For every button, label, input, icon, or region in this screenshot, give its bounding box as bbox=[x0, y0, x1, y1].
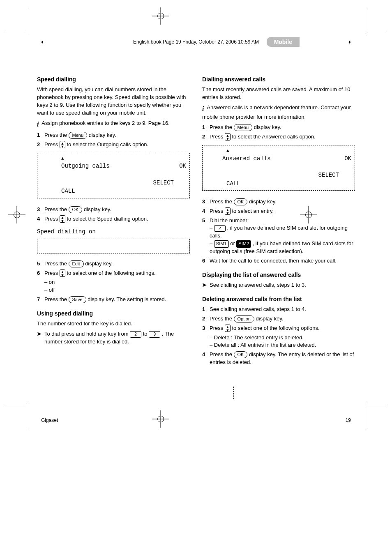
heading-answered: Dialling answered calls bbox=[202, 75, 355, 83]
using-speed-1: The number stored for the key is dialled… bbox=[37, 320, 190, 328]
left-step-7: 7 Press the Save display key. The settin… bbox=[37, 296, 190, 304]
footer-page: 19 bbox=[346, 417, 351, 423]
lcd-answered-calls: ▲ Answered callsOK SELECT CALL bbox=[202, 145, 355, 191]
right-step-1: 1 Press the Menu display key. bbox=[202, 124, 355, 131]
right-step-5: 5 Dial the number: – ↗ , if you have def… bbox=[202, 217, 355, 256]
del-step-2: 2 Press the Option display key. bbox=[202, 315, 355, 323]
header-file: English.book Page 19 Friday, October 27,… bbox=[133, 39, 259, 45]
option-softkey: Option bbox=[234, 315, 254, 322]
section-tab: Mobile bbox=[267, 37, 300, 47]
right-step-4: 4 Press ▲▼ to select an entry. bbox=[202, 207, 355, 215]
updown-key-icon: ▲▼ bbox=[225, 325, 231, 332]
menu-softkey: Menu bbox=[69, 132, 88, 139]
right-step-2: 2 Press ▲▼ to select the Answered calls … bbox=[202, 133, 355, 141]
save-softkey: Save bbox=[69, 296, 86, 303]
heading-delete: Deleting answered calls from the list bbox=[202, 295, 355, 303]
del-step-3: 3 Press ▲▼ to select one of the followin… bbox=[202, 325, 355, 350]
display-list-step: ➤ See dialling answered calls, steps 1 t… bbox=[202, 281, 355, 289]
heading-display-list: Displaying the list of answered calls bbox=[202, 271, 355, 279]
footer-dash bbox=[233, 387, 234, 399]
running-header: ♦ English.book Page 19 Friday, October 2… bbox=[25, 39, 367, 45]
left-step-5: 5 Press the Edit display key. bbox=[37, 260, 190, 268]
footer-brand: Gigaset bbox=[41, 417, 58, 423]
sim-slot-1-icon: SIM1 bbox=[214, 240, 229, 248]
lcd-outgoing-calls: ▲ Outgoing callsOK SELECT CALL bbox=[37, 153, 190, 198]
right-step-3: 3 Press the OK display key. bbox=[202, 198, 355, 206]
left-step-1: 1 Press the Menu display key. bbox=[37, 131, 190, 139]
left-step-2: 2 Press ▲▼ to select the Outgoing calls … bbox=[37, 141, 190, 149]
info-note-left: i Assign phonebook entries to the keys 2… bbox=[37, 120, 190, 129]
updown-key-icon: ▲▼ bbox=[60, 215, 65, 223]
lcd-speed-box bbox=[37, 239, 190, 253]
ok-softkey: OK bbox=[69, 206, 83, 213]
heading-using-speed: Using speed dialling bbox=[37, 309, 190, 318]
del-step-4: 4 Press the OK display key. The entry is… bbox=[202, 351, 355, 366]
updown-key-icon: ▲▼ bbox=[60, 141, 65, 148]
left-step-3: 3 Press the OK display key. bbox=[37, 206, 190, 214]
left-column: Speed dialling With speed dialling, you … bbox=[37, 69, 190, 368]
del-step-1: 1See dialling answered calls, steps 1 to… bbox=[202, 306, 355, 313]
right-column: Dialling answered calls The most recentl… bbox=[202, 69, 355, 368]
left-step-4: 4 Press ▲▼ to select the Speed dialling … bbox=[37, 215, 190, 223]
right-step-6: 6 Wait for the call to be connected, the… bbox=[202, 257, 355, 265]
speed-intro: With speed dialling, you can dial number… bbox=[37, 86, 190, 117]
menu-softkey: Menu bbox=[234, 124, 253, 131]
left-step-6: 6 Press ▲▼ to select one of the followin… bbox=[37, 269, 190, 295]
page-footer: Gigaset 19 bbox=[25, 417, 367, 423]
call-key-icon: ↗ bbox=[214, 225, 226, 232]
key-9-icon: 9 bbox=[149, 331, 160, 338]
answered-intro: The most recently answered calls are sav… bbox=[202, 86, 355, 101]
info-note-right: i Answered calls is a network dependent … bbox=[202, 104, 355, 121]
updown-key-icon: ▲▼ bbox=[60, 269, 65, 277]
ok-softkey: OK bbox=[234, 351, 248, 358]
updown-key-icon: ▲▼ bbox=[225, 133, 231, 140]
key-2-icon: 2 bbox=[130, 331, 141, 338]
info-icon: i bbox=[37, 120, 39, 129]
edit-softkey: Edit bbox=[69, 260, 84, 267]
ok-softkey: OK bbox=[234, 198, 248, 205]
using-speed-step: ➤ To dial press and hold any key from 2 … bbox=[37, 330, 190, 346]
heading-speed-dialling: Speed dialling bbox=[37, 75, 190, 83]
lcd-speed-label: Speed dialling on bbox=[37, 228, 190, 236]
updown-key-icon: ▲▼ bbox=[225, 207, 231, 215]
info-icon: i bbox=[202, 104, 204, 113]
sim-slot-2-icon: SIM2 bbox=[236, 240, 251, 248]
